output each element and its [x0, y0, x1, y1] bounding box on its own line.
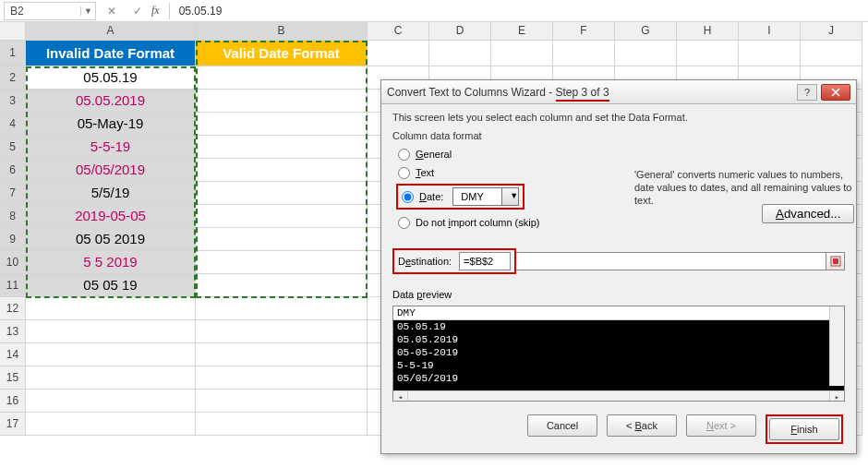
preview-column-head[interactable]: DMY	[393, 306, 844, 320]
cell[interactable]	[196, 366, 368, 390]
formula-input[interactable]: 05.05.19	[174, 5, 864, 18]
cancel-entry-icon[interactable]: ✕	[102, 2, 122, 20]
cell[interactable]	[196, 182, 368, 205]
cell[interactable]	[429, 41, 491, 66]
cell[interactable]	[196, 274, 368, 297]
radio-text-input[interactable]	[398, 167, 410, 179]
cell[interactable]	[196, 228, 368, 251]
data-cell[interactable]: 05/05/2019	[26, 159, 196, 182]
cell[interactable]	[196, 113, 368, 136]
row-head-1[interactable]: 1	[0, 41, 26, 66]
cell[interactable]	[26, 390, 196, 413]
destination-input-ext[interactable]	[516, 252, 826, 270]
fx-button[interactable]: fx	[151, 4, 160, 18]
scroll-left-icon[interactable]: ◂	[393, 391, 408, 402]
data-cell[interactable]: 5 5 2019	[26, 251, 196, 274]
cell[interactable]	[615, 41, 677, 66]
radio-date[interactable]: Date: DMY ▼	[402, 187, 519, 206]
name-box-dropdown-icon[interactable]: ▼	[80, 6, 95, 16]
header-valid[interactable]: Valid Date Format	[196, 41, 368, 66]
cell[interactable]	[196, 413, 368, 436]
cell[interactable]	[26, 297, 196, 320]
data-cell[interactable]: 05 05 19	[26, 274, 196, 297]
cell[interactable]	[26, 320, 196, 343]
preview-scrollbar-vertical[interactable]	[829, 306, 844, 386]
back-button[interactable]: < Back	[607, 414, 677, 437]
data-cell[interactable]: 5/5/19	[26, 182, 196, 205]
col-head-j[interactable]: J	[801, 22, 862, 41]
col-head-g[interactable]: G	[615, 22, 677, 41]
text-to-columns-dialog: Convert Text to Columns Wizard - Step 3 …	[380, 79, 857, 454]
row-head-13[interactable]: 13	[0, 320, 26, 343]
cell[interactable]	[196, 205, 368, 228]
cell[interactable]	[26, 343, 196, 366]
col-head-c[interactable]: C	[368, 22, 429, 41]
radio-general-input[interactable]	[398, 149, 410, 161]
data-cell[interactable]: 05.05.2019	[26, 90, 196, 113]
cell[interactable]	[196, 390, 368, 413]
col-head-h[interactable]: H	[677, 22, 739, 41]
row-head-4[interactable]: 4	[0, 113, 26, 136]
cell[interactable]	[196, 159, 368, 182]
row-head-3[interactable]: 3	[0, 90, 26, 113]
row-head-6[interactable]: 6	[0, 159, 26, 182]
cell[interactable]	[196, 343, 368, 366]
cell[interactable]	[739, 41, 801, 66]
row-head-17[interactable]: 17	[0, 413, 26, 436]
row-head-16[interactable]: 16	[0, 390, 26, 413]
cell[interactable]	[26, 413, 196, 436]
row-head-11[interactable]: 11	[0, 274, 26, 297]
scroll-right-icon[interactable]: ▸	[829, 391, 844, 402]
finish-button[interactable]: Finish	[769, 418, 839, 440]
row-head-2[interactable]: 2	[0, 66, 26, 90]
data-cell[interactable]: 2019-05-05	[26, 205, 196, 228]
select-all-corner[interactable]	[0, 22, 26, 41]
data-cell[interactable]: 05.05.19	[26, 66, 196, 90]
help-button[interactable]: ?	[797, 84, 817, 101]
col-head-d[interactable]: D	[429, 22, 491, 41]
cell[interactable]	[368, 41, 429, 66]
data-cell[interactable]: 5-5-19	[26, 136, 196, 159]
data-cell[interactable]: 05 05 2019	[26, 228, 196, 251]
radio-skip-input[interactable]	[398, 217, 410, 229]
cell[interactable]	[196, 66, 368, 90]
col-head-a[interactable]: A	[26, 22, 196, 41]
chevron-down-icon[interactable]: ▼	[501, 188, 518, 205]
col-head-b[interactable]: B	[196, 22, 368, 41]
preview-scrollbar-horizontal[interactable]: ◂ ▸	[393, 390, 844, 402]
col-head-f[interactable]: F	[553, 22, 615, 41]
col-head-i[interactable]: I	[739, 22, 801, 41]
range-picker-button[interactable]	[826, 252, 845, 270]
close-button[interactable]	[821, 84, 850, 101]
advanced-button[interactable]: Advanced...	[762, 204, 854, 223]
radio-general[interactable]: General	[398, 145, 845, 163]
row-head-8[interactable]: 8	[0, 205, 26, 228]
name-box[interactable]: B2 ▼	[4, 2, 96, 20]
confirm-entry-icon[interactable]: ✓	[127, 2, 148, 20]
row-head-15[interactable]: 15	[0, 366, 26, 390]
row-head-14[interactable]: 14	[0, 343, 26, 366]
data-cell[interactable]: 05-May-19	[26, 113, 196, 136]
row-head-7[interactable]: 7	[0, 182, 26, 205]
dialog-titlebar[interactable]: Convert Text to Columns Wizard - Step 3 …	[381, 80, 856, 104]
cell[interactable]	[196, 251, 368, 274]
cancel-button[interactable]: Cancel	[527, 414, 597, 437]
cell[interactable]	[26, 366, 196, 390]
row-head-12[interactable]: 12	[0, 297, 26, 320]
row-head-10[interactable]: 10	[0, 251, 26, 274]
col-head-e[interactable]: E	[491, 22, 553, 41]
cell[interactable]	[196, 297, 368, 320]
cell[interactable]	[196, 320, 368, 343]
destination-input[interactable]	[459, 252, 511, 270]
cell[interactable]	[677, 41, 739, 66]
cell[interactable]	[196, 90, 368, 113]
row-head-9[interactable]: 9	[0, 228, 26, 251]
cell[interactable]	[553, 41, 615, 66]
cell[interactable]	[491, 41, 553, 66]
cell[interactable]	[196, 136, 368, 159]
radio-date-input[interactable]	[402, 191, 414, 203]
cell[interactable]	[801, 41, 862, 66]
header-invalid[interactable]: Invalid Date Format	[26, 41, 196, 66]
row-head-5[interactable]: 5	[0, 136, 26, 159]
date-format-select[interactable]: DMY ▼	[452, 187, 519, 206]
